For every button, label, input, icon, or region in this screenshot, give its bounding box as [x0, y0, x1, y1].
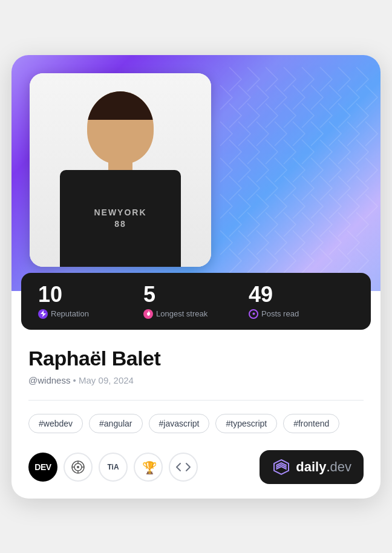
reputation-label: Reputation: [51, 309, 89, 318]
brand-daily: daily: [296, 459, 326, 475]
stat-streak: 5 Longest streak: [143, 284, 249, 319]
stat-posts: 49 Posts read: [249, 284, 354, 319]
shirt-line2: 88: [94, 218, 146, 229]
flame-icon: [143, 309, 153, 319]
dailydev-logo: daily . dev: [260, 450, 364, 484]
dailydev-text: daily . dev: [296, 459, 351, 475]
tag-typescript[interactable]: #typescript: [215, 414, 277, 433]
join-date: May 09, 2024: [79, 375, 134, 385]
svg-marker-0: [41, 310, 46, 317]
dailydev-icon: [272, 457, 291, 477]
lightning-icon: [38, 309, 48, 319]
avatar-illustration: NEWYORK 88: [30, 73, 211, 267]
reputation-value: 10: [38, 284, 143, 306]
posts-label: Posts read: [261, 309, 299, 318]
streak-label: Longest streak: [156, 309, 207, 318]
username: @widness: [28, 375, 70, 385]
svg-point-1: [252, 313, 255, 315]
profile-card: NEWYORK 88 10 Reputation: [11, 55, 381, 499]
badge-trophy[interactable]: 🏆: [134, 453, 163, 482]
stat-reputation: 10 Reputation: [38, 284, 143, 319]
streak-value: 5: [143, 284, 249, 306]
shirt-line1: NEWYORK: [94, 207, 146, 218]
badges-row: DEV TiA: [28, 453, 198, 482]
stats-bar: 10 Reputation 5 Longest streak: [21, 273, 371, 330]
circle-icon: [249, 309, 258, 319]
badge-tia[interactable]: TiA: [99, 453, 128, 482]
tag-webdev[interactable]: #webdev: [28, 414, 83, 433]
badge-code[interactable]: [169, 453, 198, 482]
posts-value: 49: [249, 284, 354, 306]
user-fullname: Raphaël Balet: [28, 347, 364, 370]
brand-dev: dev: [330, 459, 351, 475]
svg-point-4: [77, 466, 79, 468]
badge-target[interactable]: [64, 453, 93, 482]
tag-angular[interactable]: #angular: [89, 414, 143, 433]
user-meta: @widness • May 09, 2024: [28, 375, 364, 385]
hero-banner: NEWYORK 88: [11, 55, 381, 291]
avatar: NEWYORK 88: [30, 73, 211, 267]
badge-dev[interactable]: DEV: [28, 453, 57, 482]
meta-separator: •: [73, 375, 76, 385]
bottom-row: DEV TiA: [28, 450, 364, 484]
divider: [28, 400, 364, 401]
profile-content: Raphaël Balet @widness • May 09, 2024 #w…: [11, 330, 381, 499]
tags-section: #webdev #angular #javascript #typescript…: [28, 414, 364, 433]
tag-frontend[interactable]: #frontend: [283, 414, 339, 433]
tag-javascript[interactable]: #javascript: [149, 414, 210, 433]
svg-text:🏆: 🏆: [142, 460, 156, 475]
